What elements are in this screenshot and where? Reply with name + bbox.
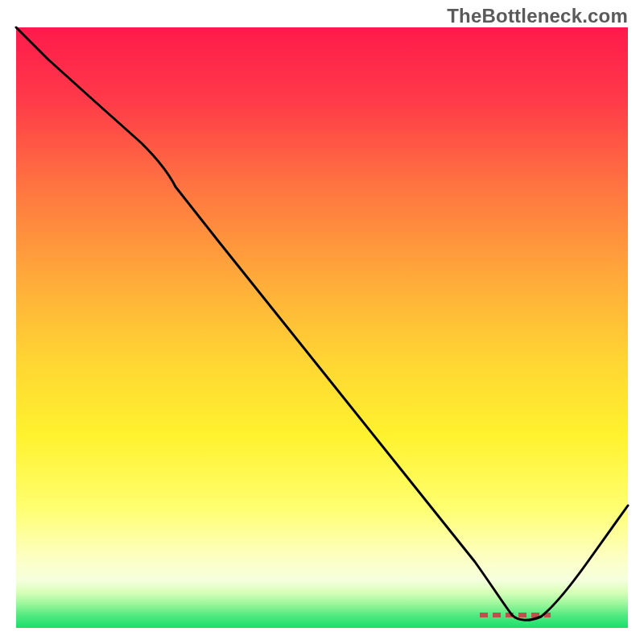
bottleneck-chart: TheBottleneck.com bbox=[0, 0, 644, 644]
chart-svg bbox=[0, 0, 644, 644]
plot-background bbox=[16, 27, 628, 628]
watermark-text: TheBottleneck.com bbox=[447, 5, 628, 27]
